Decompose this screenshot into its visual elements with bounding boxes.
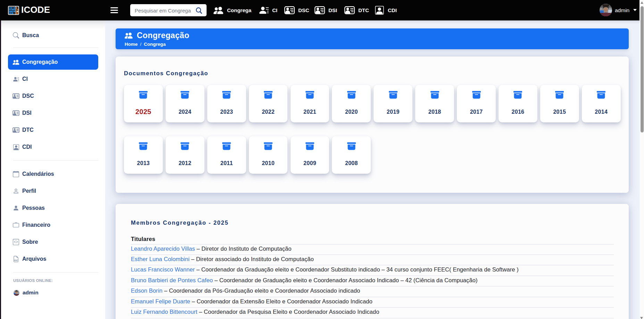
- svg-text:PDF: PDF: [14, 259, 18, 261]
